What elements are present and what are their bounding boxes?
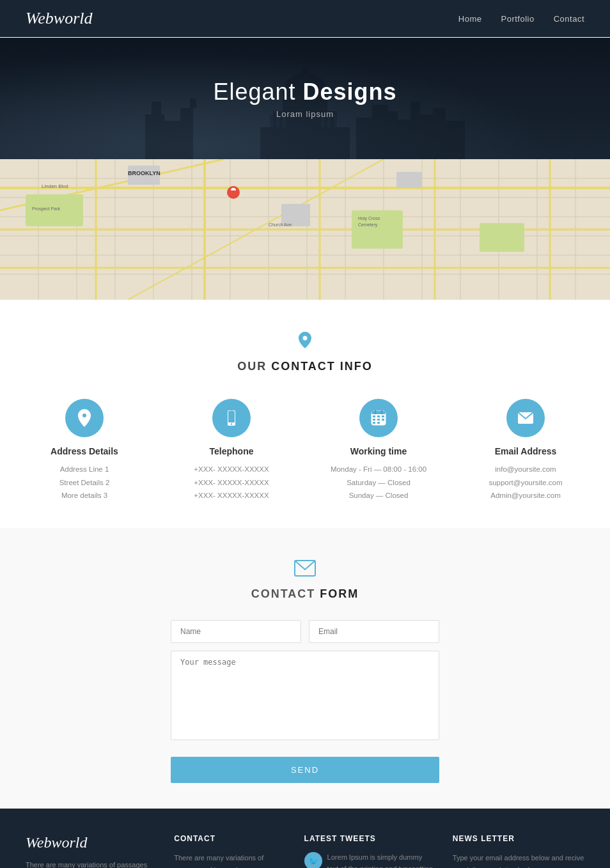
footer-logo: Webworld	[26, 834, 155, 851]
nav-home[interactable]: Home	[458, 14, 482, 24]
footer-contact-desc: There are many variations of passages of…	[174, 852, 285, 868]
telephone-card-text: +XXX- XXXXX-XXXXX +XXX- XXXXX-XXXXX +XXX…	[164, 463, 299, 502]
address-card-title: Address Details	[17, 446, 152, 456]
contact-card-working-time: Working time Monday - Fri — 08:00 - 16:0…	[311, 399, 446, 502]
send-button[interactable]: SEND	[171, 757, 439, 783]
nav-contact[interactable]: Contact	[554, 14, 584, 24]
footer-contact-title: CONTACT	[174, 834, 285, 843]
working-time-card-title: Working time	[311, 446, 446, 456]
map-section: Linden Blvd BROOKLYN Prospect Park Churc…	[0, 159, 610, 300]
svg-text:Church Ave: Church Ave	[269, 222, 292, 227]
name-input[interactable]	[171, 620, 301, 643]
contact-section-pin-icon	[13, 332, 597, 352]
footer-contact-col: CONTACT There are many variations of pas…	[174, 834, 285, 868]
svg-text:Prospect Park: Prospect Park	[32, 206, 60, 212]
form-row-top	[171, 620, 439, 643]
svg-text:Cemetery: Cemetery	[358, 222, 378, 228]
svg-rect-83	[373, 419, 375, 421]
footer: Webworld There are many variations of pa…	[0, 809, 610, 868]
address-icon	[65, 399, 104, 437]
logo: Webworld	[26, 9, 93, 28]
svg-rect-80	[373, 415, 375, 417]
svg-rect-59	[480, 223, 524, 252]
footer-tweets-col: LATEST TWEETS 🐦 Lorem Ipsum is simply du…	[304, 834, 434, 868]
svg-rect-62	[396, 172, 422, 188]
svg-point-74	[231, 423, 232, 424]
svg-rect-2	[164, 121, 180, 159]
svg-rect-85	[382, 419, 384, 421]
contact-info-section: OUR CONTACT INFO Address Details Address…	[0, 300, 610, 528]
contact-form-title: CONTACT FORM	[13, 587, 597, 601]
form-container: SEND	[171, 620, 439, 783]
tweet-content-1: Lorem Ipsum is simply dummy text of the …	[327, 852, 434, 868]
hero-title: Elegant Designs	[213, 79, 396, 105]
footer-description: There are many variations of passages of…	[26, 859, 155, 868]
newsletter-description: Type your email address below and recive…	[453, 852, 584, 868]
svg-rect-1	[152, 102, 161, 114]
svg-rect-82	[382, 415, 384, 417]
footer-about-col: Webworld There are many variations of pa…	[26, 834, 155, 868]
hero-section: Elegant Designs Loram lipsum	[0, 38, 610, 159]
email-input[interactable]	[309, 620, 439, 643]
contact-cards: Address Details Address Line 1 Street De…	[13, 399, 597, 502]
navigation: Home Portfolio Contact	[458, 14, 584, 24]
svg-rect-87	[377, 422, 380, 424]
svg-rect-3	[180, 108, 193, 159]
svg-rect-84	[377, 419, 380, 421]
form-envelope-icon	[13, 560, 597, 581]
svg-rect-77	[371, 411, 386, 414]
hero-subtitle: Loram lipsum	[213, 109, 396, 119]
svg-rect-4	[190, 98, 196, 108]
svg-point-10	[302, 68, 308, 74]
footer-newsletter-title: NEWS LETTER	[453, 834, 584, 843]
footer-tweets-title: LATEST TWEETS	[304, 834, 434, 843]
telephone-icon	[212, 399, 251, 437]
message-textarea[interactable]	[171, 651, 439, 740]
hero-content: Elegant Designs Loram lipsum	[213, 79, 396, 119]
contact-card-telephone: Telephone +XXX- XXXXX-XXXXX +XXX- XXXXX-…	[164, 399, 299, 502]
contact-form-section: CONTACT FORM SEND	[0, 528, 610, 809]
svg-rect-75	[230, 411, 233, 412]
working-time-card-text: Monday - Fri — 08:00 - 16:00 Saturday — …	[311, 463, 446, 502]
svg-rect-73	[228, 411, 235, 422]
svg-rect-0	[145, 114, 164, 159]
contact-info-title: OUR CONTACT INFO	[13, 360, 597, 373]
svg-rect-81	[377, 415, 380, 417]
svg-rect-86	[373, 422, 375, 424]
footer-tweet-1: 🐦 Lorem Ipsum is simply dummy text of th…	[304, 852, 434, 868]
svg-rect-5	[260, 127, 350, 159]
nav-portfolio[interactable]: Portfolio	[501, 14, 534, 24]
address-card-text: Address Line 1 Street Details 2 More det…	[17, 463, 152, 502]
email-icon	[506, 399, 545, 437]
map-svg: Linden Blvd BROOKLYN Prospect Park Churc…	[0, 159, 610, 300]
contact-card-email: Email Address info@yoursite.com support@…	[458, 399, 593, 502]
svg-rect-24	[442, 121, 465, 159]
clock-icon	[359, 399, 398, 437]
svg-text:BROOKLYN: BROOKLYN	[128, 170, 160, 176]
footer-grid: Webworld There are many variations of pa…	[26, 834, 584, 868]
footer-newsletter-col: NEWS LETTER Type your email address belo…	[453, 834, 584, 868]
email-card-text: info@yoursite.com support@yoursite.com A…	[458, 463, 593, 502]
contact-card-address: Address Details Address Line 1 Street De…	[17, 399, 152, 502]
svg-text:Linden Blvd: Linden Blvd	[42, 183, 68, 189]
email-card-title: Email Address	[458, 446, 593, 456]
telephone-card-title: Telephone	[164, 446, 299, 456]
svg-text:Holy Cross: Holy Cross	[358, 216, 380, 221]
header: Webworld Home Portfolio Contact	[0, 0, 610, 37]
tweet-bird-icon-1: 🐦	[304, 852, 322, 868]
